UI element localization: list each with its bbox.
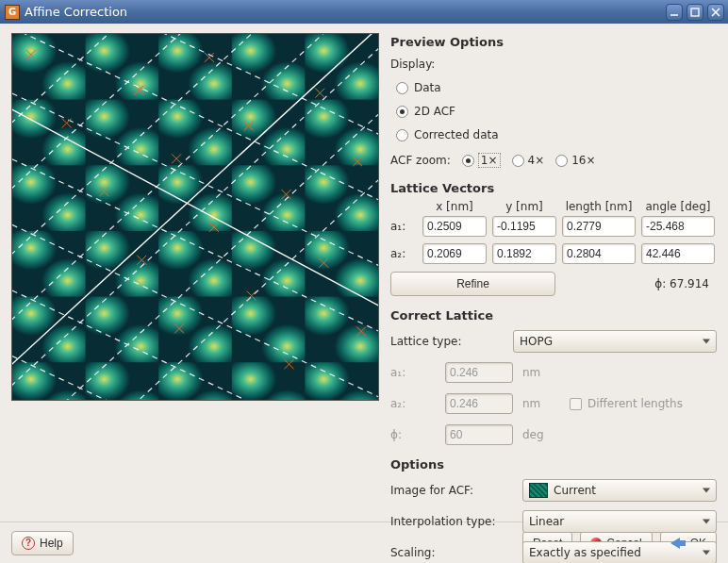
acf-zoom-label: ACF zoom: <box>390 154 451 167</box>
a1-length-input[interactable] <box>562 216 636 237</box>
options-heading: Options <box>390 457 717 472</box>
display-label: Display: <box>390 54 717 75</box>
radio-zoom-4x[interactable]: 4× <box>512 150 545 171</box>
select-value: Exactly as specified <box>529 546 641 559</box>
maximize-button[interactable] <box>687 4 703 21</box>
radio-label: 4× <box>528 154 545 167</box>
col-y: y [nm] <box>492 200 556 213</box>
titlebar: G Affine Correction <box>0 0 728 24</box>
correct-phi-label: ϕ: <box>390 428 436 441</box>
radio-display-data[interactable]: Data <box>396 77 717 98</box>
window-title: Affine Correction <box>25 5 664 19</box>
phi-value: ϕ: 67.914 <box>567 277 717 290</box>
radio-icon <box>396 129 408 141</box>
lattice-type-select[interactable]: HOPG <box>513 330 717 353</box>
radio-label: 16× <box>571 154 595 167</box>
a2-angle-input[interactable] <box>641 243 715 264</box>
a2-label: a₂: <box>390 247 417 260</box>
different-lengths-label: Different lengths <box>587 397 683 410</box>
lattice-vectors-heading: Lattice Vectors <box>390 181 717 195</box>
image-for-acf-select[interactable]: Current <box>522 479 717 502</box>
chevron-down-icon <box>703 551 710 555</box>
correct-a2-unit: nm <box>522 397 560 410</box>
radio-icon <box>396 106 408 118</box>
help-label: Help <box>40 537 63 550</box>
close-button[interactable] <box>707 4 724 21</box>
radio-label: Corrected data <box>414 128 499 141</box>
preview-image[interactable] <box>11 33 379 401</box>
correct-phi-input <box>445 424 513 445</box>
refine-button[interactable]: Refine <box>390 272 555 296</box>
correct-a2-label: a₂: <box>390 397 436 410</box>
correct-a2-input <box>445 393 513 414</box>
radio-display-corrected[interactable]: Corrected data <box>396 124 717 145</box>
radio-icon <box>462 155 474 167</box>
radio-display-2dacf[interactable]: 2D ACF <box>396 101 717 122</box>
select-value: HOPG <box>520 335 553 348</box>
chevron-down-icon <box>703 339 710 344</box>
correct-a1-unit: nm <box>522 366 560 379</box>
a1-angle-input[interactable] <box>641 216 715 237</box>
radio-icon <box>396 82 408 94</box>
correct-a1-input <box>445 362 513 383</box>
minimize-icon <box>670 8 679 17</box>
chevron-down-icon <box>703 520 710 524</box>
radio-icon <box>555 155 568 167</box>
minimize-button[interactable] <box>666 4 683 21</box>
svg-rect-1 <box>691 8 699 16</box>
lattice-type-label: Lattice type: <box>390 335 504 348</box>
correct-phi-unit: deg <box>522 428 560 441</box>
radio-icon <box>512 155 524 167</box>
select-value: Current <box>554 484 596 497</box>
col-x: x [nm] <box>422 200 487 213</box>
interpolation-type-label: Interpolation type: <box>390 515 513 528</box>
thumbnail-icon <box>529 483 548 498</box>
help-button[interactable]: ?Help <box>11 531 74 555</box>
scaling-label: Scaling: <box>390 546 513 559</box>
different-lengths-checkbox <box>570 398 582 410</box>
col-length: length [nm] <box>562 200 636 213</box>
radio-label: 1× <box>478 153 501 168</box>
ok-icon <box>670 538 686 549</box>
a1-y-input[interactable] <box>492 216 556 237</box>
radio-label: Data <box>414 81 441 94</box>
correct-lattice-heading: Correct Lattice <box>390 308 717 323</box>
radio-zoom-16x[interactable]: 16× <box>555 150 595 171</box>
a2-length-input[interactable] <box>562 243 636 264</box>
preview-options-heading: Preview Options <box>390 35 717 49</box>
close-icon <box>711 8 720 17</box>
a2-y-input[interactable] <box>492 243 556 264</box>
col-angle: angle [deg] <box>641 200 715 213</box>
select-value: Linear <box>529 515 564 528</box>
interpolation-type-select[interactable]: Linear <box>522 510 717 533</box>
app-icon: G <box>5 5 20 20</box>
image-for-acf-label: Image for ACF: <box>390 484 513 497</box>
a2-x-input[interactable] <box>422 243 487 264</box>
maximize-icon <box>690 8 700 17</box>
scaling-select[interactable]: Exactly as specified <box>522 541 717 563</box>
a1-x-input[interactable] <box>422 216 487 237</box>
refine-label: Refine <box>456 277 489 290</box>
correct-a1-label: a₁: <box>390 366 436 379</box>
chevron-down-icon <box>703 488 710 493</box>
a1-label: a₁: <box>390 220 417 233</box>
help-icon: ? <box>22 537 35 550</box>
radio-label: 2D ACF <box>414 105 455 118</box>
radio-zoom-1x[interactable]: 1× <box>462 150 501 171</box>
